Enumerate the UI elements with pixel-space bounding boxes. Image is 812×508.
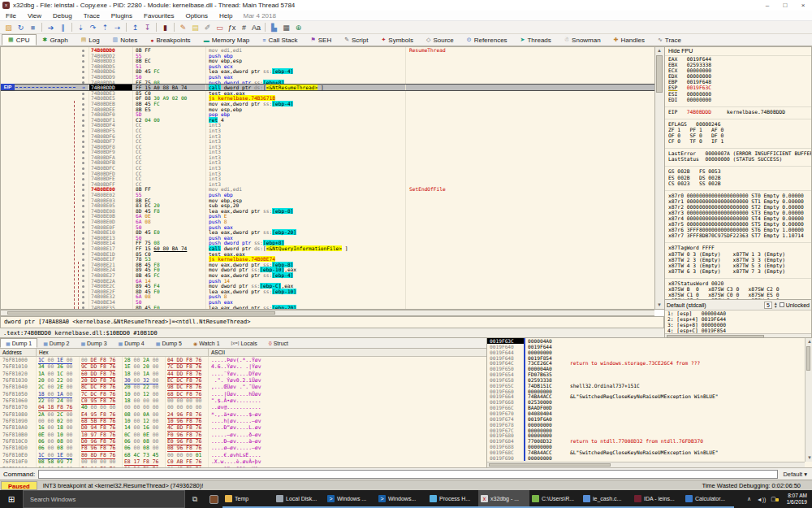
dump-row[interactable]: 76F810402C 00 2E 008C DC F8 7620 00 22 0… [0,384,486,390]
register-line[interactable]: x87TW_4 3 (Empty) x87TW_5 3 (Empty) [665,263,811,268]
register-line[interactable]: CF 0 TF 0 IF 1 [665,138,811,144]
menu-item-help[interactable]: Help [214,12,238,20]
breakpoint-dot-icon[interactable] [78,144,89,150]
register-line[interactable]: x87r0 00000000000000000000 ST0 Empty 0.0… [665,193,811,198]
disasm-row[interactable]: 74B0BDFECCint3 [1,176,654,181]
breakpoint-dot-icon[interactable] [78,213,89,219]
stack-row[interactable]: 0019F69000000000 [487,455,812,461]
functions-icon[interactable]: ƒx [226,22,238,33]
pinned-app-button[interactable] [205,490,222,508]
breakpoint-dot-icon[interactable] [78,133,89,139]
disasm-row[interactable]: 74B0BDFFCCint3 [1,181,654,187]
taskbar-item-ie-cash-c-[interactable]: ie_cash.c... [581,490,632,508]
dump-tab-watch-1[interactable]: ◉Watch 1 [188,338,226,348]
stack-row[interactable]: 0019F66474BA4ACC&L"SwitchedRegCloseKeyNo… [487,393,812,399]
register-line[interactable]: x87TW_2 3 (Empty) x87TW_3 3 (Empty) [665,257,811,263]
disasm-row[interactable]: 74B0BE0583 EC 20sub esp,20 [1,202,654,208]
tab-notes[interactable]: ▥Notes [106,34,145,46]
arguments-scrollbar[interactable] [665,333,811,337]
dump-row[interactable]: 76F8105018 00 1A 007C DC F8 7610 00 12 0… [0,391,486,397]
register-line[interactable]: x87r6 3FFF8000000000000000 ST6 Empty 1.0… [665,227,811,232]
breakpoint-dot-icon[interactable] [78,181,89,187]
breakpoint-dot-icon[interactable] [78,219,89,224]
stack-vertical-scrollbar[interactable]: ▲ ▼ [805,338,812,462]
dump-row[interactable]: 76F810B00E 00 10 0010 97 F8 760C 00 0E 0… [0,432,486,438]
breakpoint-dot-icon[interactable] [78,186,89,192]
breakpoint-dot-icon[interactable] [78,149,89,154]
register-line[interactable]: ECX 00000000 [665,67,811,73]
dump-tab-dump-3[interactable]: ▦Dump 3 [75,338,112,348]
stack-panel[interactable]: 0019F63C000004A00019F6400019F6440019F644… [487,338,812,467]
stepper-arrows-icon[interactable]: ▲▼ [774,302,778,308]
volume-icon[interactable]: ◄)) [755,497,767,502]
register-line[interactable]: x87StatusWord 0020 [665,280,811,286]
disasm-row[interactable]: 74B0BE326A 08push 8 [1,293,654,299]
breakpoint-dot-icon[interactable] [78,198,89,203]
stack-row[interactable]: 0019F68800000000 [487,444,812,449]
breakpoint-dot-icon[interactable] [78,293,89,299]
step-out-icon[interactable]: ⇡ [99,22,111,33]
breakpoint-dot-icon[interactable] [78,267,89,272]
breakpoint-dot-icon[interactable] [78,101,89,106]
register-line[interactable]: ESP 0019F63C [665,85,811,90]
tab-trace[interactable]: ∿Trace [651,34,688,46]
dump-row[interactable]: 76F8107004 18 F8 7640 00 00 0000 00 00 0… [0,404,486,410]
breakpoint-dot-icon[interactable] [78,90,89,96]
stack-row[interactable]: 0019F650000004A0 [487,366,812,371]
breakpoint-dot-icon[interactable] [78,68,89,74]
breakpoint-dot-icon[interactable] [78,176,89,181]
stack-row[interactable]: 0019F67004080404 [487,410,812,416]
hide-fpu-button[interactable]: Hide FPU [665,47,811,56]
disasm-row[interactable]: 74B0BDD255push ebp [1,53,654,59]
argument-row[interactable]: 2: [esp+4] 0019F644 [665,316,811,322]
disasm-row[interactable]: 74B0BE2489 45 F0mov dword ptr ss:[ebp-10… [1,267,654,272]
disassembly-panel[interactable]: 74B0BDD08B FFmov edi,ediResumeThread74B0… [0,46,654,310]
breakpoint-dot-icon[interactable] [78,289,89,294]
tab-cpu[interactable]: ▦CPU [2,34,37,46]
disassembly-horizontal-scrollbar[interactable] [0,310,654,316]
stack-row[interactable]: 0019F63C000004A0 [487,338,812,344]
register-line[interactable]: x87r5 00000000000000000000 ST5 Empty 0.0… [665,221,811,227]
register-line[interactable]: x87TagWord FFFF [665,245,811,250]
command-input[interactable] [38,470,778,479]
run-to-selection-icon[interactable]: ⇢ [111,22,123,33]
tab-references[interactable]: ⊙References [460,34,514,46]
breakpoint-dot-icon[interactable] [78,245,89,251]
tab-source[interactable]: ◇Source [420,34,460,46]
pause-icon[interactable]: ∥ [57,22,69,33]
menu-item-plugins[interactable]: Plugins [106,12,138,20]
disasm-row[interactable]: 74B0BDF05Dpop ebp [1,111,654,117]
disasm-row[interactable]: 74B0BE278B 45 FCmov eax,dword ptr ss:[eb… [1,272,654,278]
restart-icon[interactable]: ↻ [15,22,27,33]
network-icon[interactable]: ▢ [767,496,780,502]
tab-breakpoints[interactable]: ●Breakpoints [144,34,197,46]
dump-panel[interactable]: ▦Dump 1▦Dump 2▦Dump 3▦Dump 4▦Dump 5◉Watc… [0,338,487,467]
register-line[interactable]: ES 002B DS 002B [665,175,811,180]
register-line[interactable]: EIP 74B0BDDD kernelbase.74B0BDDD [665,109,811,115]
strings-icon[interactable]: Aa [250,22,262,33]
register-line[interactable]: x87r3 00000000000000000000 ST3 Empty 0.0… [665,210,811,215]
call-arguments-panel[interactable]: Default (stdcall) 5 ▲▼ Unlocked 1: [esp]… [664,300,812,338]
register-line[interactable]: x87r2 00000000000000000000 ST2 Empty 0.0… [665,204,811,210]
taskbar-item-x32dbg-[interactable]: xx32dbg - ... [478,490,529,508]
task-view-button[interactable]: ⧉ [185,490,205,508]
register-line[interactable]: EBX 02593338 [665,62,811,67]
trace-into-icon[interactable]: ↧ [141,22,153,33]
disasm-row[interactable]: 74B0BE108D 45 E0lea eax,dword ptr ss:[eb… [1,229,654,235]
disasm-row[interactable]: 74B0BDFDCCint3 [1,171,654,176]
taskbar-item-windows-[interactable]: >Windows... [376,490,427,508]
stack-row[interactable]: 0019F66802530000 [487,399,812,405]
dump-tab-dump-5[interactable]: ▦Dump 5 [150,338,188,348]
menu-item-trace[interactable]: Trace [78,12,106,20]
unlocked-checkbox[interactable]: Unlocked [780,302,810,308]
register-line[interactable]: x87r1 00000000000000000000 ST1 Empty 0.0… [665,198,811,204]
disasm-row[interactable]: 74B0BE0F50push eax [1,224,654,230]
stack-row[interactable]: 0019F66CBAADF00D [487,405,812,410]
disasm-row[interactable]: 74B0BE1D85 C0test eax,eax [1,251,654,257]
breakpoint-dot-icon[interactable] [78,95,89,101]
step-into-icon[interactable]: ⇣ [75,22,87,33]
breakpoint-dot-icon[interactable] [78,224,89,230]
disasm-row[interactable]: 74B0BE038B ECmov ebp,esp [1,198,654,203]
argument-count-stepper[interactable]: 5 [764,302,772,309]
disasm-row[interactable]: 74B0BE0255push ebp [1,192,654,198]
